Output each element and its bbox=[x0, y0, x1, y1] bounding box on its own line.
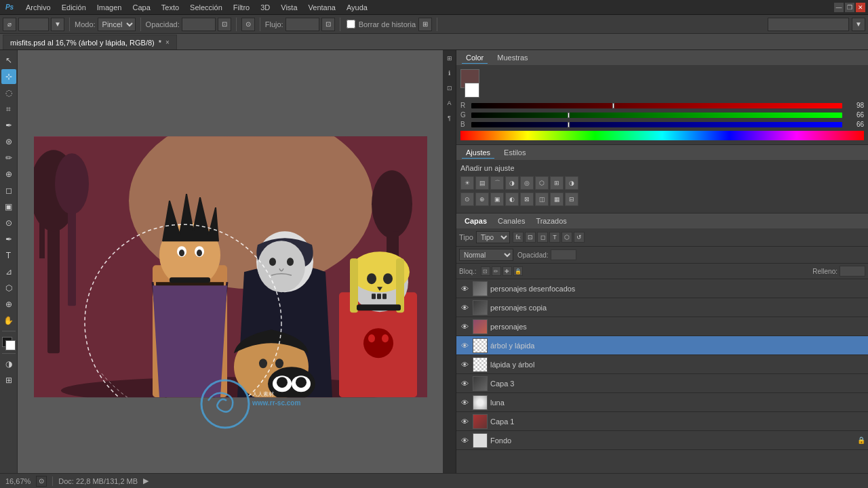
history-icon[interactable]: ⊞ bbox=[444, 53, 455, 64]
channels-tab-btn[interactable]: Canales bbox=[492, 216, 530, 226]
menu-ventana[interactable]: Ventana bbox=[303, 2, 341, 13]
layer-visibility-toggle[interactable]: 👁 bbox=[459, 321, 470, 332]
menu-3d[interactable]: 3D bbox=[255, 2, 275, 13]
adj-exposure-icon[interactable]: ◑ bbox=[505, 176, 519, 190]
brush-options-icon[interactable]: ▼ bbox=[51, 18, 64, 31]
paths-tab-btn[interactable]: Trazados bbox=[530, 216, 572, 226]
workspace-preset-input[interactable]: Aspectos esen. bbox=[768, 18, 849, 31]
tool-marquee[interactable]: ⊹ bbox=[1, 69, 16, 84]
adj-vibrance-icon[interactable]: ◎ bbox=[520, 176, 534, 190]
opacity-input[interactable]: 100% bbox=[182, 18, 216, 31]
tool-eraser[interactable]: ◻ bbox=[1, 183, 16, 198]
adjustments-tab[interactable]: Ajustes bbox=[462, 147, 494, 159]
layer-item[interactable]: 👁personajes desenfocados bbox=[456, 279, 868, 298]
layer-item[interactable]: 👁Capa 1 bbox=[456, 412, 868, 431]
layer-visibility-toggle[interactable]: 👁 bbox=[459, 435, 470, 446]
lock-position-icon[interactable]: ✚ bbox=[502, 266, 512, 276]
lock-transparent-icon[interactable]: ⊡ bbox=[481, 266, 490, 276]
tool-gradient[interactable]: ▣ bbox=[1, 199, 16, 214]
close-button[interactable]: ✕ bbox=[856, 3, 865, 12]
layers-tab-btn[interactable]: Capas bbox=[459, 216, 492, 226]
layer-visibility-toggle[interactable]: 👁 bbox=[459, 416, 470, 427]
menu-seleccion[interactable]: Selección bbox=[184, 2, 228, 13]
layer-visibility-toggle[interactable]: 👁 bbox=[459, 378, 470, 389]
adj-levels-icon[interactable]: ▤ bbox=[475, 176, 489, 190]
swatches-tab[interactable]: Muestras bbox=[493, 52, 532, 63]
tool-hand[interactable]: ✋ bbox=[1, 313, 16, 328]
flow-input[interactable]: 100% bbox=[285, 18, 319, 31]
layer-opacity-input[interactable]: 100% bbox=[551, 249, 576, 260]
tool-zoom[interactable]: ⊕ bbox=[1, 297, 16, 312]
layer-item[interactable]: 👁lápida y árbol bbox=[456, 355, 868, 374]
minimize-button[interactable]: — bbox=[834, 3, 844, 12]
layer-filter-off-icon[interactable]: ↺ bbox=[574, 232, 585, 243]
tool-crop[interactable]: ⌗ bbox=[1, 102, 16, 117]
adj-colorlookup-icon[interactable]: ▣ bbox=[490, 192, 504, 206]
adj-invert-icon[interactable]: ◐ bbox=[505, 192, 519, 206]
tool-dodge[interactable]: ⊙ bbox=[1, 216, 16, 230]
adj-threshold-icon[interactable]: ◫ bbox=[535, 192, 549, 206]
background-color[interactable] bbox=[5, 340, 16, 350]
layer-filter-adjustment-icon[interactable]: ⊡ bbox=[525, 232, 536, 243]
layer-filter-smart-icon[interactable]: ◻ bbox=[537, 232, 548, 243]
menu-ayuda[interactable]: Ayuda bbox=[341, 2, 373, 13]
layer-visibility-toggle[interactable]: 👁 bbox=[459, 340, 470, 351]
b-slider[interactable] bbox=[471, 122, 842, 127]
layer-visibility-toggle[interactable]: 👁 bbox=[459, 302, 470, 313]
navigator-icon[interactable]: ⊡ bbox=[444, 83, 455, 94]
blend-mode-select[interactable]: Pincel bbox=[98, 18, 136, 31]
adj-selective-color-icon[interactable]: ⊟ bbox=[565, 192, 578, 206]
g-slider[interactable] bbox=[471, 113, 842, 118]
adj-gradient-map-icon[interactable]: ▦ bbox=[550, 192, 564, 206]
layer-item[interactable]: 👁Capa 3 bbox=[456, 374, 868, 393]
menu-imagen[interactable]: Imagen bbox=[92, 2, 127, 13]
lock-pixels-icon[interactable]: ✏ bbox=[492, 266, 501, 276]
brush-size-input[interactable]: 1985 bbox=[18, 18, 49, 31]
tab-close-btn[interactable]: × bbox=[165, 39, 170, 46]
airbrush-icon[interactable]: ⊙ bbox=[241, 18, 255, 31]
tool-screen-mode[interactable]: ⊞ bbox=[1, 373, 16, 388]
status-proof-icon[interactable]: ⊙ bbox=[36, 476, 47, 487]
tool-spot-heal[interactable]: ⊛ bbox=[1, 134, 16, 149]
adj-bw-icon[interactable]: ◑ bbox=[565, 176, 578, 190]
layer-item[interactable]: 👁personajes copia bbox=[456, 298, 868, 317]
color-tab[interactable]: Color bbox=[462, 52, 488, 64]
color-preview-fg[interactable] bbox=[460, 69, 479, 98]
menu-archivo[interactable]: Archivo bbox=[20, 2, 56, 13]
pressure-opacity-icon[interactable]: ⊡ bbox=[218, 18, 231, 31]
layer-fill-input[interactable]: 100% bbox=[840, 266, 865, 277]
pressure-flow-icon[interactable]: ⊡ bbox=[321, 18, 335, 31]
layer-visibility-toggle[interactable]: 👁 bbox=[459, 359, 470, 370]
layer-filter-vector-icon[interactable]: ⬡ bbox=[561, 232, 572, 243]
tool-text[interactable]: T bbox=[1, 248, 16, 263]
tool-clone[interactable]: ⊕ bbox=[1, 167, 16, 182]
document-tab[interactable]: misfits.psd al 16,7% (árbol y lápida, RG… bbox=[3, 35, 177, 49]
styles-tab[interactable]: Estilos bbox=[500, 147, 530, 158]
adj-panel-header[interactable]: Ajustes Estilos bbox=[456, 145, 868, 160]
menu-filtro[interactable]: Filtro bbox=[228, 2, 255, 13]
r-slider[interactable] bbox=[471, 103, 842, 108]
adj-hsl-icon[interactable]: ⬡ bbox=[535, 176, 549, 190]
layer-item[interactable]: 👁árbol y lápida bbox=[456, 336, 868, 355]
preset-arrow-icon[interactable]: ▼ bbox=[852, 18, 865, 31]
color-swatches[interactable] bbox=[2, 337, 16, 350]
lock-all-icon[interactable]: 🔒 bbox=[513, 266, 523, 276]
paragraph-icon[interactable]: ¶ bbox=[444, 113, 455, 123]
menu-vista[interactable]: Vista bbox=[275, 2, 302, 13]
adj-channel-mixer-icon[interactable]: ⊕ bbox=[475, 192, 489, 206]
info-icon[interactable]: ℹ bbox=[444, 68, 455, 79]
layer-blend-mode-select[interactable]: Normal bbox=[459, 249, 513, 261]
adj-curves-icon[interactable]: ⌒ bbox=[490, 176, 504, 190]
tool-move[interactable]: ↖ bbox=[1, 53, 16, 68]
menu-capa[interactable]: Capa bbox=[127, 2, 155, 13]
layer-visibility-toggle[interactable]: 👁 bbox=[459, 283, 470, 294]
bg-color-box[interactable] bbox=[465, 83, 479, 98]
brush-preset-icon[interactable]: ⌀ bbox=[3, 18, 16, 31]
layer-filter-fx-icon[interactable]: fx bbox=[513, 232, 524, 243]
tool-path-select[interactable]: ⊿ bbox=[1, 264, 16, 279]
layer-filter-type-icon[interactable]: T bbox=[549, 232, 560, 243]
menu-texto[interactable]: Texto bbox=[156, 2, 184, 13]
tool-shape[interactable]: ⬡ bbox=[1, 281, 16, 296]
color-panel-header[interactable]: Color Muestras bbox=[456, 50, 868, 65]
tool-mask[interactable]: ◑ bbox=[1, 357, 16, 371]
